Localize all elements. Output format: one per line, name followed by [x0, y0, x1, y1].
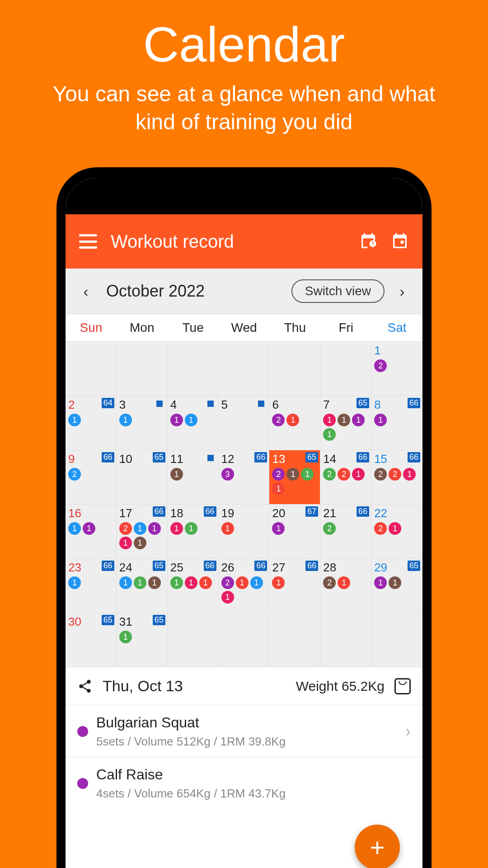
dot-row: 1	[374, 414, 419, 426]
workout-dot: 1	[272, 576, 285, 589]
calendar-cell[interactable]: 13652111	[269, 450, 320, 505]
workout-dot: 1	[185, 576, 197, 589]
dot-row: 21	[374, 522, 419, 535]
marker-square	[258, 401, 264, 407]
workout-dot: 1	[338, 576, 350, 589]
workout-dot: 1	[134, 537, 146, 549]
detail-date: Thu, Oct 13	[103, 677, 286, 695]
calendar-cell[interactable]: 621	[269, 396, 320, 450]
calendar-cell[interactable]: 186611	[168, 505, 219, 559]
dow-label: Sat	[371, 314, 422, 341]
calendar-cell[interactable]: 3065	[66, 613, 117, 667]
calendar-cell[interactable]: 176621111	[117, 505, 168, 559]
calendar-cell	[269, 342, 320, 396]
dot-row: 11	[374, 576, 419, 589]
workout-dot: 1	[352, 468, 365, 481]
calendar-cell[interactable]: 2821	[320, 559, 371, 613]
menu-icon[interactable]	[79, 234, 97, 249]
dow-label: Mon	[117, 314, 168, 341]
scale-icon[interactable]	[394, 678, 411, 694]
calendar-cell[interactable]: 2566111	[168, 559, 219, 613]
workout-dot: 1	[119, 537, 132, 549]
phone-screen: Workout record ‹ October 2022 Switch vie…	[66, 178, 422, 868]
next-month-icon[interactable]: ›	[391, 283, 413, 300]
calendar-cell[interactable]: 411	[168, 396, 219, 450]
calendar-cell[interactable]: 8661	[371, 396, 422, 450]
exercise-row[interactable]: Calf Raise4sets / Volume 654Kg / 1RM 43.…	[66, 757, 422, 809]
marker-square	[156, 401, 163, 407]
workout-dot: 1	[352, 414, 365, 426]
calendar-cell	[168, 613, 219, 667]
calendar-cell[interactable]: 7651111	[320, 396, 371, 450]
calendar-cell[interactable]: 12663	[219, 450, 270, 505]
dow-label: Wed	[219, 314, 270, 341]
switch-view-button[interactable]: Switch view	[291, 279, 385, 303]
calendar-cell[interactable]: 5	[219, 396, 270, 450]
workout-dot: 1	[272, 522, 285, 535]
workout-dot: 2	[323, 522, 336, 535]
exercise-row[interactable]: Bulgarian Squat5sets / Volume 512Kg / 1R…	[66, 705, 422, 757]
workout-dot: 2	[323, 576, 336, 589]
month-label: October 2022	[97, 282, 205, 301]
weight-badge: 66	[204, 561, 216, 571]
calendar-cell[interactable]: 27661	[269, 559, 320, 613]
month-navigation: ‹ October 2022 Switch view ›	[66, 269, 422, 314]
workout-dot: 1	[374, 414, 387, 426]
app-bar: Workout record	[66, 214, 422, 269]
add-button[interactable]: +	[355, 825, 400, 868]
calendar-cell[interactable]: 21662	[320, 505, 371, 559]
calendar-cell	[219, 613, 270, 667]
workout-dot: 1	[119, 414, 132, 426]
workout-dot: 2	[374, 522, 387, 535]
calendar-cell[interactable]: 1065	[117, 450, 168, 505]
calendar-cell[interactable]: 2641	[66, 396, 117, 450]
calendar-cell[interactable]: 1466221	[320, 450, 371, 505]
calendar-cell[interactable]: 20671	[269, 505, 320, 559]
calendar-cell[interactable]: 31	[117, 396, 168, 450]
phone-frame: Workout record ‹ October 2022 Switch vie…	[56, 167, 432, 868]
day-number: 19	[221, 506, 267, 520]
calendar-cell[interactable]: 12	[371, 342, 422, 396]
calendar-cell	[219, 342, 270, 396]
history-calendar-icon[interactable]	[359, 232, 377, 250]
exercise-body: Bulgarian Squat5sets / Volume 512Kg / 1R…	[96, 714, 397, 749]
dot-row: 2	[374, 359, 419, 372]
calendar-cell	[320, 342, 371, 396]
prev-month-icon[interactable]: ‹	[75, 283, 97, 300]
weight-badge: 66	[204, 506, 216, 517]
marker-square	[207, 455, 214, 461]
calendar-cell[interactable]: 191	[219, 505, 270, 559]
workout-dot: 2	[338, 468, 350, 481]
dow-label: Tue	[168, 314, 219, 341]
workout-dot: 2	[323, 468, 336, 481]
workout-dot: 2	[221, 576, 234, 589]
workout-dot: 1	[134, 576, 146, 589]
calendar-cell[interactable]: 2221	[371, 505, 422, 559]
dot-row: 1111	[323, 414, 368, 441]
calendar-cell[interactable]: 1611	[66, 505, 117, 559]
dot-row: 1	[119, 414, 164, 426]
weight-badge: 65	[153, 561, 165, 571]
calendar-cell[interactable]: 23661	[66, 559, 117, 613]
calendar-cell[interactable]: 31651	[117, 613, 168, 667]
calendar-cell[interactable]: 26662111	[219, 559, 270, 613]
weight-badge: 65	[153, 452, 165, 462]
calendar-cell[interactable]: 2465111	[117, 559, 168, 613]
workout-dot: 1	[68, 576, 81, 589]
dot-row: 1	[119, 631, 164, 643]
share-icon[interactable]	[77, 679, 93, 694]
exercise-name: Calf Raise	[96, 766, 411, 783]
calendar-cell[interactable]: 296511	[371, 559, 422, 613]
today-calendar-icon[interactable]	[391, 232, 409, 250]
calendar-cell[interactable]: 1566221	[371, 450, 422, 505]
detail-header: Thu, Oct 13 Weight 65.2Kg	[66, 667, 422, 705]
workout-dot: 2	[68, 468, 81, 481]
workout-dot: 2	[389, 468, 401, 481]
calendar-cell[interactable]: 111	[168, 450, 219, 505]
workout-dot: 1	[170, 414, 183, 426]
marker-square	[207, 401, 214, 407]
calendar-cell[interactable]: 9662	[66, 450, 117, 505]
dot-row: 2111	[221, 576, 267, 604]
workout-dot: 3	[221, 468, 234, 481]
workout-dot: 1	[389, 522, 401, 535]
